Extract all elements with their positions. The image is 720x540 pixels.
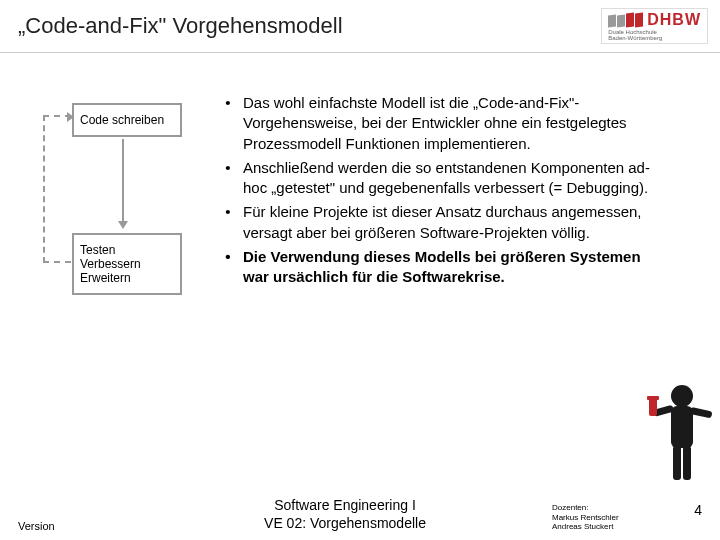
footer-unit: VE 02: Vorgehensmodelle [138,514,552,532]
bullet-dot-icon: • [213,247,243,288]
diagram-box-line: Verbessern [80,257,174,271]
footer-center: Software Engineering I VE 02: Vorgehensm… [138,496,552,532]
bullet-item: •Anschließend werden die so entstandenen… [213,158,670,199]
bullet-item: •Das wohl einfachste Modell ist die „Cod… [213,93,670,154]
footer-label: Dozenten: [552,503,702,513]
slide-title: „Code-and-Fix" Vorgehensmodell [18,13,343,39]
svg-rect-7 [647,396,659,400]
svg-rect-6 [649,398,657,416]
bullet-text: Das wohl einfachste Modell ist die „Code… [243,93,670,154]
diagram-box-line: Erweitern [80,271,174,285]
svg-rect-5 [683,446,691,480]
logo-squares-icon [608,13,643,27]
svg-point-0 [671,385,693,407]
logo-text: DHBW [647,11,701,29]
footer-version: Version [18,520,138,532]
slide-footer: Version Software Engineering I VE 02: Vo… [0,496,720,532]
bullet-item: •Die Verwendung dieses Modells bei größe… [213,247,670,288]
person-figure-icon [646,380,718,490]
footer-author: Markus Rentschler [552,513,702,523]
bullet-text: Die Verwendung dieses Modells bei größer… [243,247,670,288]
slide-content: Code schreiben Testen Verbessern Erweite… [0,53,720,343]
dhbw-logo: DHBW Duale Hochschule Baden-Württemberg [601,8,708,44]
footer-authors: Dozenten: Markus Rentschler Andreas Stuc… [552,503,702,532]
arrow-loop-top-icon [43,115,71,117]
process-diagram: Code schreiben Testen Verbessern Erweite… [30,93,195,343]
arrow-down-icon [122,139,124,227]
slide-header: „Code-and-Fix" Vorgehensmodell DHBW Dual… [0,0,720,53]
footer-author: Andreas Stuckert [552,522,702,532]
page-number: 4 [694,502,702,518]
arrow-loop-bot-icon [43,261,71,263]
diagram-box-test: Testen Verbessern Erweitern [72,233,182,295]
bullet-item: •Für kleine Projekte ist dieser Ansatz d… [213,202,670,243]
bullet-text: Für kleine Projekte ist dieser Ansatz du… [243,202,670,243]
bullet-dot-icon: • [213,158,243,199]
svg-rect-4 [673,446,681,480]
logo-subtitle-2: Baden-Württemberg [608,35,662,41]
diagram-box-line: Testen [80,243,174,257]
footer-course: Software Engineering I [138,496,552,514]
diagram-box-code: Code schreiben [72,103,182,137]
bullet-dot-icon: • [213,202,243,243]
svg-rect-1 [671,406,693,448]
arrow-loop-icon [43,115,45,263]
bullet-list: •Das wohl einfachste Modell ist die „Cod… [213,93,700,343]
bullet-dot-icon: • [213,93,243,154]
bullet-text: Anschließend werden die so entstandenen … [243,158,670,199]
